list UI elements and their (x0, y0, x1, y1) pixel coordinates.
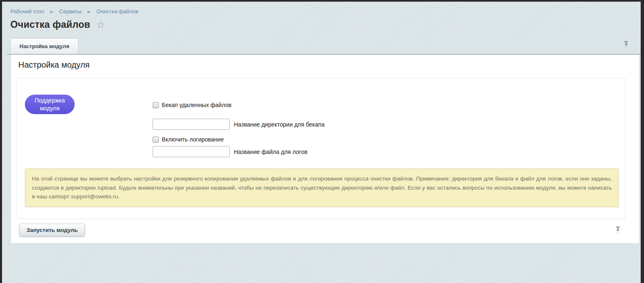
info-note: На этой странице вы можете выбрать настр… (25, 168, 619, 207)
page-title: Очистка файлов (10, 19, 90, 30)
backup-deleted-files-row: Бекап удаленных файлов (153, 102, 231, 108)
run-module-button[interactable]: Запустить модуль (19, 224, 85, 237)
support-module-button[interactable]: Поддержка модуля (25, 95, 75, 114)
pushpin-icon (623, 41, 629, 48)
checkbox-label: Бекап удаленных файлов (162, 102, 231, 108)
breadcrumb-separator-icon: ▶ (87, 10, 90, 14)
pin-icon-bottom[interactable] (615, 226, 621, 234)
breadcrumb-link-desktop[interactable]: Рабочий стол (10, 8, 44, 15)
page: Рабочий стол ▶ Сервисы ▶ Очистка файлов … (2, 2, 641, 283)
tab-module-settings[interactable]: Настройка модуля (10, 38, 78, 54)
title-row: Очистка файлов ☆ (10, 19, 105, 30)
tab-bar: Настройка модуля (10, 38, 641, 54)
section-heading: Настройка модуля (18, 60, 90, 70)
favorite-star-icon[interactable]: ☆ (96, 20, 105, 30)
settings-box: Поддержка модуля Бекап удаленных файлов … (17, 78, 625, 219)
pin-icon-top[interactable] (623, 41, 629, 48)
backup-directory-row: Название директории для бекапа (153, 119, 325, 130)
breadcrumb-link-file-cleanup[interactable]: Очистка файлов (97, 8, 138, 15)
enable-logging-row: Включить логирование (153, 136, 224, 143)
enable-logging-checkbox[interactable] (153, 137, 159, 143)
backup-deleted-files-checkbox[interactable] (153, 102, 159, 108)
content-panel: Настройка модуля Поддержка модуля Бекап … (10, 55, 639, 244)
log-filename-input[interactable] (153, 146, 230, 157)
breadcrumb: Рабочий стол ▶ Сервисы ▶ Очистка файлов (10, 8, 138, 15)
pushpin-icon (615, 226, 621, 234)
breadcrumb-link-services[interactable]: Сервисы (59, 8, 82, 15)
log-filename-row: Название файла для логов (153, 146, 307, 157)
input-label: Название файла для логов (234, 149, 307, 155)
backup-directory-input[interactable] (153, 119, 230, 130)
input-label: Название директории для бекапа (234, 121, 325, 128)
breadcrumb-separator-icon: ▶ (50, 10, 53, 14)
checkbox-label: Включить логирование (162, 136, 224, 143)
